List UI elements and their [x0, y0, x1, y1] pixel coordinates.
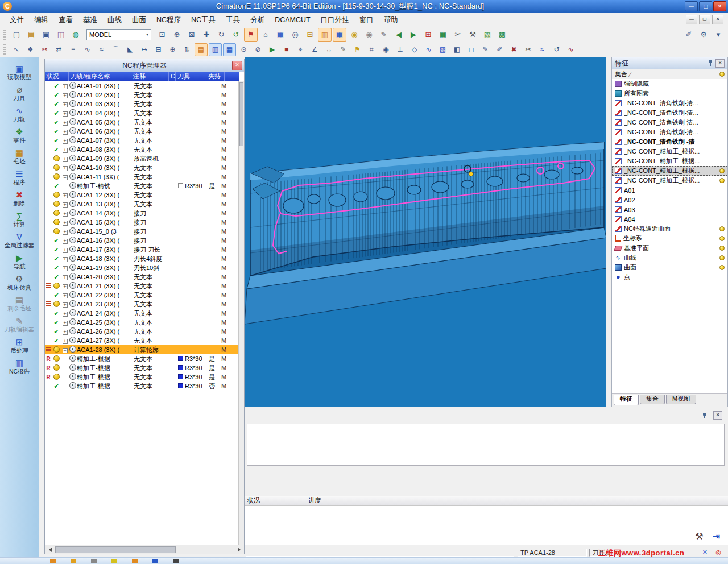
expand-icon[interactable]: + [63, 312, 68, 317]
nc-program-row[interactable]: + ACA1-23 (3X) ( 无文本 M [45, 300, 239, 309]
toolpath-verify-icon[interactable]: ▦ [223, 43, 236, 56]
menu-item-11[interactable]: DCAMCUT [270, 13, 316, 27]
nc-program-row[interactable]: R 精加工-根据 无文本 R3*30 是 M [45, 363, 239, 372]
taskbar-app-2-icon[interactable] [71, 559, 76, 563]
expand-icon[interactable]: + [63, 330, 68, 335]
machine-tools-icon[interactable]: ⚒ [466, 28, 479, 42]
taskbar-app-5-icon[interactable] [132, 559, 138, 563]
bookmark-flag-icon[interactable]: ⚑ [351, 43, 364, 56]
nc-program-row[interactable]: ✔ + ACA1-08 (3X) ( 无文本 M [45, 145, 239, 154]
info-query-icon[interactable]: ⊙ [237, 43, 250, 56]
nc-program-row[interactable]: ✔ + ACA1-16 (3X) ( 接刀 M [45, 236, 239, 245]
delete-entity-icon[interactable]: ✖ [507, 43, 520, 56]
snap-grid-icon[interactable]: ⌗ [365, 43, 378, 56]
feature-row[interactable]: _NC-CONT_清角铁削 -清 [612, 137, 727, 147]
feature-row[interactable]: _NC-CONT_清角铁削-清... [612, 118, 727, 127]
feature-row[interactable]: _NC-CONT_清角铁削-清... [612, 108, 727, 118]
nc-column-header[interactable]: C [169, 72, 176, 81]
taskbar-app-1-icon[interactable] [50, 559, 56, 563]
status-record-icon[interactable]: ◎ [715, 549, 721, 556]
scroll-right-button[interactable] [236, 546, 244, 553]
feature-row[interactable]: 基准平面 [612, 243, 727, 253]
minimize-button[interactable]: — [685, 1, 698, 11]
nc-program-row[interactable]: + ACA1-13 (3X) ( 无文本 M [45, 200, 239, 209]
zoom-in-icon[interactable]: ⊕ [170, 28, 184, 42]
edit-note-icon[interactable]: ✎ [337, 43, 350, 56]
offset-curves-icon[interactable]: ≡ [67, 43, 80, 56]
process-column-header[interactable]: 状况 [245, 496, 305, 505]
draw-pen-icon[interactable]: ✐ [493, 43, 506, 56]
menu-item-12[interactable]: 口口外挂 [316, 13, 354, 27]
collapse-icon[interactable]: − [63, 175, 68, 180]
run-process-icon[interactable]: ▶ [266, 43, 279, 56]
approximate-curve-icon[interactable]: ≈ [95, 43, 108, 56]
tool-checkbox[interactable] [178, 183, 183, 188]
chamfer-corner-icon[interactable]: ◣ [123, 43, 136, 56]
nc-program-row[interactable]: ✔ 精加工-精铣 无文本 R3*30 是 M [45, 181, 239, 190]
settings-gear-icon[interactable]: ⚙ [697, 28, 710, 42]
sidebar-item-load-model[interactable]: ▣ 读取模型 [1, 64, 38, 81]
expand-icon[interactable]: + [63, 166, 68, 171]
step-forward-icon[interactable]: ▶ [407, 28, 420, 42]
process-column-header[interactable]: 进度 [305, 496, 342, 505]
apps-grid-icon[interactable]: ⊞ [421, 28, 435, 42]
more-options-icon[interactable]: ▾ [712, 28, 725, 42]
expand-icon[interactable]: + [63, 293, 68, 298]
nc-program-row[interactable]: + ACA1-09 (3X) ( 放高速机 M [45, 154, 239, 163]
toolbar-grip[interactable] [3, 30, 6, 40]
select-arrow-icon[interactable]: ↖ [10, 43, 23, 56]
draw-pencil-icon[interactable]: ✎ [479, 43, 492, 56]
expand-icon[interactable]: + [63, 193, 68, 198]
feature-row[interactable]: A02 [612, 195, 727, 205]
visibility-bulb-icon[interactable] [719, 178, 725, 183]
cut-tool-icon[interactable]: ✂ [451, 28, 465, 42]
step-back-icon[interactable]: ◀ [392, 28, 406, 42]
nc-column-header[interactable]: 刀轨/程序名称 [69, 72, 131, 81]
sidebar-item-nc-report[interactable]: ▥ NC报告 [1, 358, 38, 376]
nc-column-header[interactable]: 刀具 [176, 72, 206, 81]
feature-row[interactable]: 坐标系 [612, 234, 727, 243]
expand-icon[interactable]: + [63, 266, 68, 271]
mdi-minimize-button[interactable]: — [686, 15, 697, 24]
features-panel-title-bar[interactable]: 特征 ✕ [612, 57, 727, 69]
extend-curve-icon[interactable]: ↦ [138, 43, 151, 56]
nc-program-row[interactable]: + ACA1-15_0 (3 接刀 M [45, 227, 239, 236]
expand-icon[interactable]: + [63, 157, 68, 162]
wave-curve-icon[interactable]: ≈ [536, 43, 549, 56]
measure-angle-icon[interactable]: ∠ [308, 43, 321, 56]
menu-item-4[interactable]: 基准 [78, 13, 102, 27]
close-icon[interactable]: ✕ [713, 411, 722, 420]
expand-icon[interactable]: + [63, 84, 68, 89]
status-tool-icon[interactable]: ✕ [702, 549, 708, 556]
nc-program-row[interactable]: ✔ + ACA1-19 (3X) ( 刃长10斜 M [45, 263, 239, 272]
nc-program-row[interactable]: ✔ + ACA1-18 (3X) ( 刃长4斜度 M [45, 254, 239, 263]
nc-program-row[interactable]: ✔ + ACA1-06 (3X) ( 无文本 M [45, 127, 239, 136]
expand-icon[interactable]: + [63, 111, 68, 117]
mdi-close-button[interactable]: ✕ [712, 15, 723, 24]
expand-icon[interactable]: + [63, 202, 68, 208]
arc-fillet-icon[interactable]: ⌒ [109, 43, 122, 56]
feature-row[interactable]: 所有图素 [612, 89, 727, 98]
expand-icon[interactable]: + [63, 257, 68, 262]
nc-program-row[interactable]: ✔ + ACA1-25 (3X) ( 无文本 M [45, 318, 239, 327]
tab-sets[interactable]: 集合 [640, 395, 665, 404]
shaded-view-icon[interactable]: ◧ [450, 43, 464, 56]
nc-program-row[interactable]: ✔ + ACA1-20 (3X) ( 无文本 M [45, 272, 239, 281]
sidebar-item-tools[interactable]: ⌀ 刀具 [1, 85, 38, 102]
feature-row[interactable]: A04 [612, 214, 727, 224]
expand-icon[interactable]: + [63, 239, 68, 244]
taskbar-app-3-icon[interactable] [91, 559, 97, 563]
datum-plane-icon[interactable]: ◇ [408, 43, 421, 56]
feature-row[interactable]: 强制隐藏 [612, 79, 727, 89]
lamp-off-icon[interactable]: ◉ [362, 28, 376, 42]
close-button[interactable]: ✕ [713, 1, 726, 11]
nc-program-row[interactable]: ✔ + ACA1-17 (3X) ( 接刀 刀长 M [45, 245, 239, 254]
nc-column-header[interactable]: 夹持 [206, 72, 225, 81]
mirror-geometry-icon[interactable]: ⇄ [52, 43, 65, 56]
toolpath-edit-icon[interactable]: ▥ [209, 43, 222, 56]
measure-point-icon[interactable]: ⌖ [294, 43, 307, 56]
expand-icon[interactable]: + [63, 321, 68, 326]
wireframe-view-icon[interactable]: ◻ [465, 43, 478, 56]
maximize-button[interactable]: ▢ [699, 1, 712, 11]
mdi-maximize-button[interactable]: ▢ [699, 15, 710, 24]
